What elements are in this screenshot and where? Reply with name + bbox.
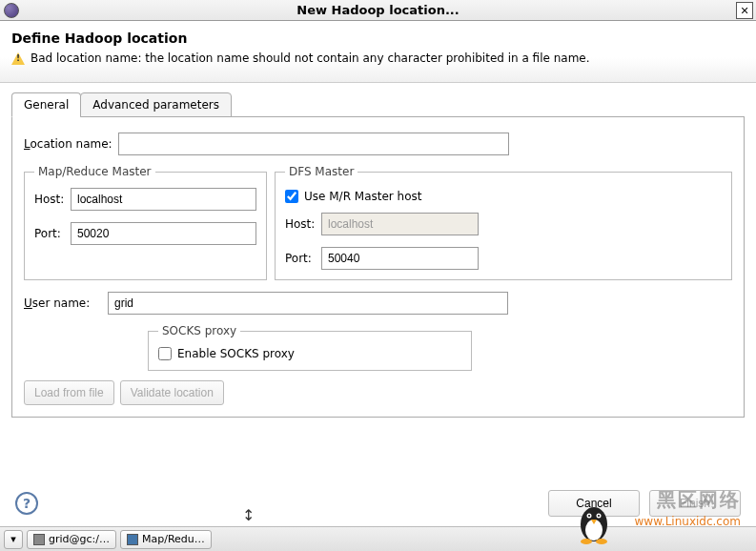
warning-icon (11, 52, 25, 65)
tab-general[interactable]: General (11, 92, 81, 117)
user-name-label: User name: (24, 296, 102, 310)
dialog-header: Define Hadoop location Bad location name… (0, 21, 756, 83)
cancel-button[interactable]: Cancel (548, 490, 640, 517)
eclipse-icon (127, 534, 138, 545)
tab-panel-general: Location name: Map/Reduce Master Host: P… (11, 116, 745, 418)
user-name-row: User name: (24, 292, 732, 315)
page-title: Define Hadoop location (11, 31, 745, 46)
dfs-legend: DFS Master (285, 165, 358, 178)
user-name-input[interactable] (108, 292, 508, 315)
dfs-host-input (321, 213, 479, 235)
load-from-file-button[interactable]: Load from file (24, 380, 114, 405)
titlebar: New Hadoop location... ✕ (0, 0, 756, 21)
close-icon: ✕ (740, 5, 748, 17)
warning-message: Bad location name: the location name sho… (31, 51, 590, 65)
map-reduce-legend: Map/Reduce Master (34, 165, 155, 178)
socks-legend: SOCKS proxy (158, 324, 240, 337)
taskbar-item-mapreduce[interactable]: Map/Redu… (120, 530, 212, 549)
socks-proxy-group: SOCKS proxy Enable SOCKS proxy (148, 324, 472, 371)
terminal-icon (33, 534, 45, 545)
validate-location-button[interactable]: Validate location (120, 380, 224, 405)
minimize-icon: ▾ (10, 533, 16, 545)
taskbar-item-label: grid@gc:/… (49, 533, 110, 545)
mr-host-input[interactable] (71, 188, 256, 211)
taskbar: ▾ grid@gc:/… Map/Redu… (0, 526, 756, 551)
map-reduce-master-group: Map/Reduce Master Host: Port: (24, 165, 267, 280)
use-mr-master-label: Use M/R Master host (304, 190, 421, 203)
mr-port-input[interactable] (71, 222, 256, 245)
close-button[interactable]: ✕ (736, 2, 753, 19)
location-name-row: Location name: (24, 133, 732, 155)
dfs-port-input[interactable] (321, 247, 479, 270)
content-area: General Advanced parameters Location nam… (0, 83, 756, 418)
location-name-label: Location name: (24, 137, 112, 151)
minimize-all-button[interactable]: ▾ (4, 530, 23, 549)
enable-socks-label: Enable SOCKS proxy (177, 347, 295, 360)
use-mr-master-checkbox[interactable] (285, 190, 298, 203)
enable-socks-checkbox[interactable] (158, 347, 172, 360)
tab-row: General Advanced parameters (11, 92, 745, 117)
mr-host-label: Host: (34, 193, 71, 206)
location-name-input[interactable] (118, 133, 509, 155)
window-title: New Hadoop location... (296, 3, 459, 17)
app-icon (4, 3, 19, 18)
resize-handle-icon[interactable]: ↕ (242, 506, 255, 524)
finish-button[interactable]: Finish (649, 490, 741, 517)
dfs-master-group: DFS Master Use M/R Master host Host: Por… (275, 165, 732, 280)
dfs-host-label: Host: (285, 217, 321, 231)
taskbar-item-label: Map/Redu… (142, 533, 205, 545)
dialog-footer: ? Cancel Finish (0, 482, 756, 524)
tab-advanced[interactable]: Advanced parameters (80, 92, 232, 117)
dfs-port-label: Port: (285, 252, 321, 265)
taskbar-item-terminal[interactable]: grid@gc:/… (27, 530, 116, 549)
help-icon[interactable]: ? (15, 492, 38, 515)
mr-port-label: Port: (34, 227, 71, 240)
